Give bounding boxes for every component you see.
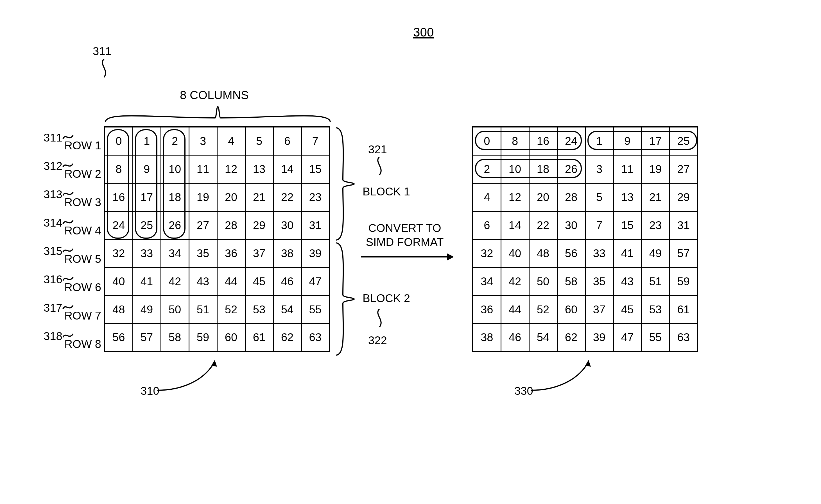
- rightgrid-cell-r2-c3: 28: [557, 183, 585, 211]
- leftgrid-cell-r5-c2: 42: [161, 267, 189, 295]
- rowlabel-2: ROW 2: [59, 168, 101, 180]
- rightgrid-cell-r6-c3: 60: [557, 295, 585, 323]
- rightgrid-cell-r5-c5: 43: [613, 267, 642, 295]
- rightgrid-cell-r5-c3: 58: [557, 267, 585, 295]
- leftgrid-cell-r2-c3: 19: [189, 183, 217, 211]
- rightgrid-cell-r4-c0: 32: [473, 239, 501, 267]
- rightgrid-cell-r3-c0: 6: [473, 211, 501, 239]
- leftgrid-cell-r7-c4: 60: [217, 323, 245, 352]
- leftgrid-cell-r5-c0: 40: [104, 267, 133, 295]
- rightgrid-cell-r1-c0: 2: [473, 155, 501, 183]
- rightgrid-cell-r0-c0: 0: [473, 127, 501, 155]
- leftgrid-cell-r0-c7: 7: [301, 127, 329, 155]
- rowlabel-7: ROW 7: [59, 309, 101, 322]
- rightgrid-cell-r6-c4: 37: [585, 295, 613, 323]
- squiggle-block1: [372, 157, 386, 176]
- rightgrid-cell-r3-c1: 14: [501, 211, 529, 239]
- rightgrid-cell-r6-c7: 61: [670, 295, 698, 323]
- ref-rightgrid: 330: [514, 385, 533, 397]
- rightgrid-cell-r1-c5: 11: [613, 155, 642, 183]
- rightgrid-cell-r1-c2: 18: [529, 155, 557, 183]
- rightgrid-cell-r2-c6: 21: [642, 183, 670, 211]
- rightgrid-cell-r5-c7: 59: [670, 267, 698, 295]
- rightgrid-cell-r0-c7: 25: [670, 127, 698, 155]
- arrow-ref-330: [526, 359, 599, 393]
- leftgrid-cell-r2-c0: 16: [104, 183, 133, 211]
- leftgrid-cell-r1-c0: 8: [104, 155, 133, 183]
- leftgrid-cell-r0-c1: 1: [133, 127, 161, 155]
- leftgrid-cell-r5-c3: 43: [189, 267, 217, 295]
- leftgrid-cell-r6-c7: 55: [301, 295, 329, 323]
- rightgrid-cell-r4-c5: 41: [613, 239, 642, 267]
- leftgrid-cell-r6-c6: 54: [273, 295, 301, 323]
- leftgrid-cell-r4-c4: 36: [217, 239, 245, 267]
- rightgrid-cell-r4-c3: 56: [557, 239, 585, 267]
- leftgrid-cell-r2-c1: 17: [133, 183, 161, 211]
- leftgrid-cell-r5-c7: 47: [301, 267, 329, 295]
- rightgrid-cell-r7-c3: 62: [557, 323, 585, 352]
- rightgrid-cell-r7-c1: 46: [501, 323, 529, 352]
- rowlabel-6: ROW 6: [59, 281, 101, 294]
- leftgrid-cell-r1-c3: 11: [189, 155, 217, 183]
- rightgrid-cell-r7-c5: 47: [613, 323, 642, 352]
- leftgrid-cell-r6-c3: 51: [189, 295, 217, 323]
- leftgrid-cell-r6-c5: 53: [245, 295, 273, 323]
- rowlabel-4: ROW 4: [59, 224, 101, 237]
- rowlabel-8: ROW 8: [59, 338, 101, 350]
- leftgrid-cell-r3-c1: 25: [133, 211, 161, 239]
- rightgrid-cell-r1-c7: 27: [670, 155, 698, 183]
- leftgrid-cell-r3-c3: 27: [189, 211, 217, 239]
- rightgrid-cell-r5-c4: 35: [585, 267, 613, 295]
- figure-id: 300: [413, 25, 434, 39]
- leftgrid-cell-r5-c6: 46: [273, 267, 301, 295]
- leftgrid-cell-r7-c7: 63: [301, 323, 329, 352]
- leftgrid-cell-r3-c6: 30: [273, 211, 301, 239]
- leftgrid-cell-r2-c5: 21: [245, 183, 273, 211]
- leftgrid-cell-r1-c1: 9: [133, 155, 161, 183]
- leftgrid-cell-r4-c3: 35: [189, 239, 217, 267]
- leftgrid-cell-r0-c2: 2: [161, 127, 189, 155]
- squiggle-block2: [372, 309, 386, 329]
- columns-label: 8 COLUMNS: [180, 88, 249, 102]
- leftgrid-cell-r2-c2: 18: [161, 183, 189, 211]
- rightgrid-cell-r7-c6: 55: [642, 323, 670, 352]
- rightgrid-cell-r3-c2: 22: [529, 211, 557, 239]
- rightgrid-cell-r6-c6: 53: [642, 295, 670, 323]
- leftgrid-cell-r4-c0: 32: [104, 239, 133, 267]
- leftgrid-cell-r6-c0: 48: [104, 295, 133, 323]
- arrow-ref-310: [152, 359, 225, 393]
- leftgrid-cell-r0-c6: 6: [273, 127, 301, 155]
- rightgrid-cell-r4-c2: 48: [529, 239, 557, 267]
- rightgrid-cell-r7-c0: 38: [473, 323, 501, 352]
- ref-block1: 321: [368, 143, 387, 156]
- brace-block2: [335, 241, 357, 357]
- squiggle-topleft: [97, 59, 111, 79]
- leftgrid-cell-r3-c0: 24: [104, 211, 133, 239]
- leftgrid-cell-r0-c4: 4: [217, 127, 245, 155]
- rowlabel-5: ROW 5: [59, 253, 101, 265]
- svg-marker-1: [447, 253, 454, 261]
- leftgrid-cell-r2-c6: 22: [273, 183, 301, 211]
- leftgrid-cell-r6-c2: 50: [161, 295, 189, 323]
- leftgrid-cell-r0-c0: 0: [104, 127, 133, 155]
- arrow-convert: [360, 250, 455, 264]
- rightgrid-cell-r2-c0: 4: [473, 183, 501, 211]
- rowlabel-3: ROW 3: [59, 196, 101, 209]
- table-right: 0816241917252101826311192741220285132129…: [472, 126, 698, 352]
- leftgrid-cell-r7-c2: 58: [161, 323, 189, 352]
- leftgrid-cell-r1-c2: 10: [161, 155, 189, 183]
- leftgrid-cell-r7-c1: 57: [133, 323, 161, 352]
- leftgrid-cell-r7-c0: 56: [104, 323, 133, 352]
- rightgrid-cell-r3-c4: 7: [585, 211, 613, 239]
- leftgrid-cell-r4-c6: 38: [273, 239, 301, 267]
- rightgrid-cell-r6-c1: 44: [501, 295, 529, 323]
- ref-leftgrid: 310: [140, 385, 159, 397]
- convert-line2: SIMD FORMAT: [360, 236, 450, 248]
- rightgrid-cell-r3-c7: 31: [670, 211, 698, 239]
- rightgrid-cell-r2-c7: 29: [670, 183, 698, 211]
- leftgrid-cell-r1-c4: 12: [217, 155, 245, 183]
- leftgrid-cell-r7-c5: 61: [245, 323, 273, 352]
- leftgrid-cell-r6-c1: 49: [133, 295, 161, 323]
- leftgrid-cell-r1-c6: 14: [273, 155, 301, 183]
- leftgrid-cell-r5-c4: 44: [217, 267, 245, 295]
